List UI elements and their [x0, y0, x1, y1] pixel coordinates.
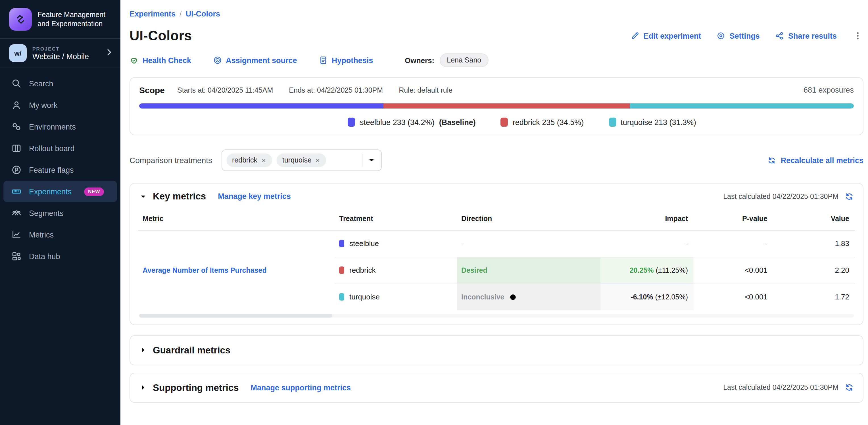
- key-metrics-header[interactable]: Key metrics Manage key metrics Last calc…: [130, 184, 863, 207]
- chevron-right-icon: [139, 384, 147, 392]
- bar-segment-redbrick: [383, 103, 630, 109]
- chevron-down-icon[interactable]: [367, 156, 375, 164]
- turquoise-swatch: [609, 118, 616, 127]
- project-switcher[interactable]: w/ PROJECT Website / Mobile: [0, 39, 120, 68]
- assignment-source-link[interactable]: Assignment source: [213, 56, 297, 65]
- manage-key-metrics-link[interactable]: Manage key metrics: [218, 192, 291, 201]
- refresh-icon[interactable]: [845, 192, 854, 201]
- app-title: Feature Management and Experimentation: [37, 10, 113, 29]
- legend-item-turquoise: turquoise 213 (31.3%): [609, 118, 696, 127]
- turquoise-swatch: [339, 293, 344, 301]
- chevron-down-icon: [139, 192, 147, 200]
- chevron-right-icon: [139, 346, 147, 354]
- col-metric: Metric: [138, 207, 335, 230]
- app-logo-row[interactable]: Feature Management and Experimentation: [0, 0, 120, 38]
- direction-cell-desired: Desired: [457, 257, 600, 283]
- impact-cell: -6.10% (±12.05%): [600, 283, 693, 310]
- question-circle-icon[interactable]: [509, 293, 517, 301]
- target-icon: [213, 56, 222, 65]
- supporting-metrics-card[interactable]: Supporting metrics Manage supporting met…: [129, 372, 864, 402]
- remove-chip-icon[interactable]: [261, 158, 267, 163]
- steelblue-swatch: [348, 118, 355, 127]
- col-value: Value: [773, 207, 855, 230]
- page-title: UI-Colors: [129, 28, 192, 44]
- exposure-legend: steelblue 233 (34.2%) (Baseline) redbric…: [139, 118, 854, 127]
- recalculate-all-metrics-button[interactable]: Recalculate all metrics: [768, 156, 864, 164]
- breadcrumb-separator: /: [180, 10, 182, 18]
- health-check-link[interactable]: Health Check: [129, 56, 191, 65]
- new-badge: NEW: [84, 187, 104, 196]
- pvalue-cell: <0.001: [693, 283, 773, 310]
- supporting-metrics-title: Supporting metrics: [153, 382, 239, 393]
- metric-link[interactable]: Average Number of Items Purchased: [143, 267, 267, 274]
- scope-card: Scope Starts at: 04/20/2025 11:45AM Ends…: [129, 77, 864, 135]
- sidebar-item-search[interactable]: Search: [3, 73, 117, 94]
- sidebar-item-environments[interactable]: Environments: [3, 116, 117, 138]
- key-metrics-card: Key metrics Manage key metrics Last calc…: [129, 183, 864, 325]
- pencil-icon: [630, 31, 640, 40]
- treatment-chip-redbrick[interactable]: redbrick: [226, 153, 272, 167]
- title-row: UI-Colors Edit experiment Settings Share…: [129, 28, 864, 44]
- comparison-treatments-row: Comparison treatments redbrick turquoise: [129, 149, 864, 171]
- direction-cell: -: [457, 230, 600, 257]
- direction-cell-inconclusive: Inconclusive: [457, 283, 600, 310]
- remove-chip-icon[interactable]: [315, 158, 321, 163]
- refresh-icon: [768, 156, 776, 164]
- pvalue-cell: <0.001: [693, 257, 773, 283]
- owner-chip[interactable]: Lena Sano: [439, 53, 489, 67]
- refresh-icon[interactable]: [845, 383, 854, 392]
- breadcrumb-current-link[interactable]: UI-Colors: [186, 10, 220, 18]
- bar-segment-steelblue: [139, 103, 383, 109]
- redbrick-swatch: [339, 267, 344, 274]
- main-content: Experiments / UI-Colors UI-Colors Edit e…: [120, 0, 868, 425]
- table-header-row: Metric Treatment Direction Impact P-valu…: [138, 207, 855, 230]
- sidebar-item-segments[interactable]: Segments: [3, 202, 117, 224]
- sidebar-item-data-hub[interactable]: Data hub: [3, 245, 117, 267]
- edit-experiment-button[interactable]: Edit experiment: [630, 31, 701, 40]
- scope-starts: Starts at: 04/20/2025 11:45AM: [177, 86, 273, 94]
- gear-icon: [716, 31, 725, 40]
- col-impact: Impact: [600, 207, 693, 230]
- supporting-metrics-last-calculated: Last calculated 04/22/2025 01:30PM: [723, 384, 838, 392]
- pvalue-cell: -: [693, 230, 773, 257]
- col-pvalue: P-value: [693, 207, 773, 230]
- sidebar-item-my-work[interactable]: My work: [3, 94, 117, 116]
- col-direction: Direction: [457, 207, 600, 230]
- columns-board-icon: [11, 143, 22, 153]
- more-options-kebab-icon[interactable]: [852, 30, 864, 41]
- owners: Owners: Lena Sano: [405, 53, 489, 67]
- sidebar-item-feature-flags[interactable]: Feature flags: [3, 159, 117, 181]
- key-metrics-table: Metric Treatment Direction Impact P-valu…: [138, 207, 855, 310]
- settings-button[interactable]: Settings: [716, 31, 760, 40]
- comparison-treatments-label: Comparison treatments: [129, 156, 212, 165]
- person-icon: [11, 100, 22, 110]
- clear-selection-icon[interactable]: [348, 156, 356, 164]
- experiment-meta-row: Health Check Assignment source Hypothesi…: [129, 53, 864, 67]
- bar-segment-turquoise: [630, 103, 854, 109]
- sidebar-item-metrics[interactable]: Metrics: [3, 224, 117, 245]
- scope-ends: Ends at: 04/22/2025 01:30PM: [289, 86, 383, 94]
- sidebar-item-rollout-board[interactable]: Rollout board: [3, 138, 117, 159]
- ruler-icon: [11, 186, 22, 196]
- scrollbar-thumb[interactable]: [139, 313, 332, 317]
- sidebar-item-experiments[interactable]: Experiments NEW: [3, 181, 117, 202]
- split-logo-icon: [9, 8, 32, 31]
- treatment-chip-turquoise[interactable]: turquoise: [277, 153, 327, 167]
- breadcrumb-experiments-link[interactable]: Experiments: [129, 10, 176, 18]
- breadcrumb: Experiments / UI-Colors: [129, 10, 864, 18]
- hypothesis-link[interactable]: Hypothesis: [319, 56, 373, 65]
- guardrail-metrics-card[interactable]: Guardrail metrics: [129, 335, 864, 365]
- line-chart-icon: [11, 230, 22, 240]
- col-treatment: Treatment: [335, 207, 457, 230]
- exposure-distribution-bar: [139, 103, 854, 109]
- manage-supporting-metrics-link[interactable]: Manage supporting metrics: [251, 383, 351, 392]
- steelblue-swatch: [339, 240, 344, 247]
- impact-cell: -: [600, 230, 693, 257]
- key-metrics-last-calculated: Last calculated 04/22/2025 01:30PM: [723, 192, 838, 200]
- guardrail-metrics-title: Guardrail metrics: [153, 344, 230, 355]
- share-results-button[interactable]: Share results: [775, 31, 837, 40]
- scope-rule: Rule: default rule: [399, 86, 453, 94]
- select-divider: [362, 154, 362, 166]
- comparison-treatments-select[interactable]: redbrick turquoise: [221, 149, 381, 171]
- document-icon: [319, 56, 328, 65]
